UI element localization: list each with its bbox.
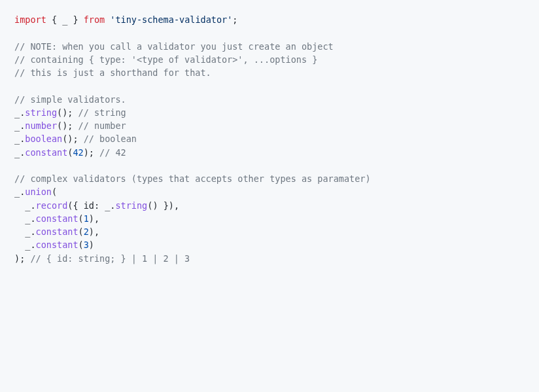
token-pl: ),: [89, 213, 99, 224]
code-line: _.boolean(); // boolean: [14, 132, 525, 145]
token-fn: string: [25, 107, 57, 118]
token-pl: { _ }: [46, 14, 84, 25]
token-fn: constant: [36, 213, 78, 224]
token-pl: ({: [67, 200, 83, 211]
code-line: _.constant(42); // 42: [14, 146, 525, 159]
token-pl: _.: [14, 187, 25, 197]
token-pl: ): [89, 240, 94, 250]
token-fn: record: [36, 200, 68, 211]
code-line: _.record({ id: _.string() }),: [14, 199, 525, 212]
code-line: // complex validators (types that accept…: [14, 172, 525, 185]
token-pl: ();: [57, 120, 78, 131]
token-fn: string: [115, 200, 147, 211]
token-num: 42: [73, 147, 83, 158]
token-cmt: // boolean: [84, 134, 137, 144]
token-pl: _.: [14, 240, 36, 250]
token-pl: _.: [14, 147, 25, 158]
code-line: // simple validators.: [14, 93, 525, 106]
code-line: _.constant(3): [14, 238, 525, 251]
token-pl: (: [78, 226, 84, 237]
token-cmt: // number: [78, 120, 126, 131]
token-num: 1: [84, 213, 89, 224]
token-pl: : _.: [94, 200, 116, 211]
code-line: _.number(); // number: [14, 119, 525, 132]
token-fn: constant: [25, 147, 67, 158]
token-cmt: // containing { type: '<type of validato…: [14, 54, 317, 65]
token-fn: union: [25, 187, 52, 197]
code-line: // NOTE: when you call a validator you j…: [14, 40, 525, 53]
code-line: [14, 79, 525, 92]
token-pl: );: [84, 147, 99, 158]
token-pl: (: [78, 240, 84, 250]
token-fn: constant: [36, 240, 78, 250]
token-fn: boolean: [25, 134, 62, 144]
token-pl: (: [78, 213, 84, 224]
code-line: [14, 159, 525, 172]
token-pl: );: [14, 253, 30, 264]
code-line: [14, 26, 525, 39]
token-cmt: // 42: [99, 147, 126, 158]
token-fn: number: [25, 120, 57, 131]
token-cmt: // this is just a shorthand for that.: [14, 67, 211, 78]
token-pl: ();: [57, 107, 78, 118]
token-num: 3: [84, 240, 89, 250]
token-pl: ),: [89, 226, 99, 237]
token-cmt: // NOTE: when you call a validator you j…: [14, 41, 334, 52]
token-cmt: // complex validators (types that accept…: [14, 173, 371, 184]
code-line: // containing { type: '<type of validato…: [14, 53, 525, 66]
token-cmt: // string: [78, 107, 126, 118]
token-pl: _.: [14, 200, 36, 211]
token-pl: (: [52, 187, 57, 197]
code-line: _.constant(2),: [14, 225, 525, 238]
token-pl: _.: [14, 213, 36, 224]
token-pl: _.: [14, 120, 25, 131]
token-cmt: // { id: string; } | 1 | 2 | 3: [30, 253, 190, 264]
token-cmt: // simple validators.: [14, 94, 126, 105]
token-num: 2: [84, 226, 89, 237]
token-pl: _.: [14, 134, 25, 144]
token-pl: _.: [14, 107, 25, 118]
token-pl: () }),: [147, 200, 179, 211]
token-prop: id: [84, 200, 94, 211]
token-str: 'tiny-schema-validator': [110, 14, 232, 25]
token-fn: constant: [36, 226, 78, 237]
token-kw: import: [14, 14, 46, 25]
code-content: import { _ } from 'tiny-schema-validator…: [14, 13, 525, 265]
token-pl: ;: [232, 14, 237, 25]
code-line: ); // { id: string; } | 1 | 2 | 3: [14, 252, 525, 265]
token-kw: from: [84, 14, 105, 25]
code-line: _.union(: [14, 185, 525, 198]
token-pl: _.: [14, 226, 36, 237]
code-line: _.constant(1),: [14, 212, 525, 225]
code-line: _.string(); // string: [14, 106, 525, 119]
code-line: import { _ } from 'tiny-schema-validator…: [14, 13, 525, 26]
token-pl: ();: [62, 134, 84, 144]
code-line: // this is just a shorthand for that.: [14, 66, 525, 79]
code-block: import { _ } from 'tiny-schema-validator…: [14, 13, 525, 265]
